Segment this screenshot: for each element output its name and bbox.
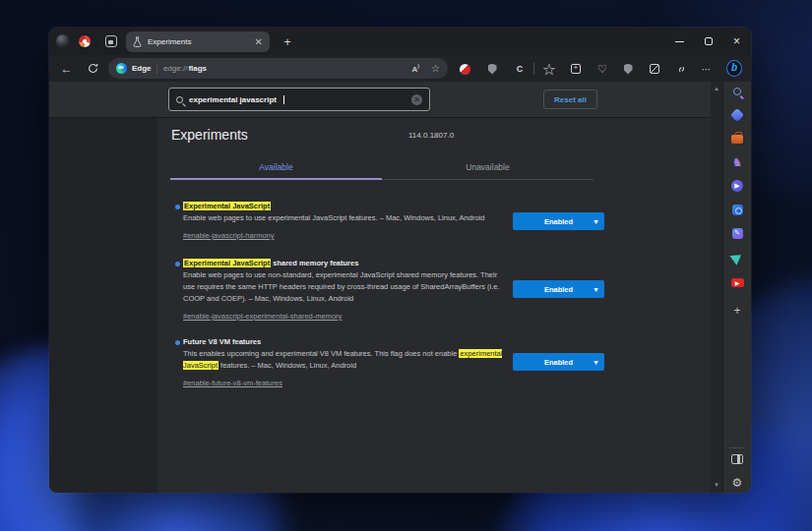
sidebar-panel-icon[interactable] [723, 451, 751, 467]
search-highlight: Experimental JavaScript [183, 259, 271, 267]
flag-modified-dot [175, 340, 180, 345]
refresh-icon[interactable] [85, 60, 101, 77]
toolbar-divider [533, 63, 534, 75]
browser-window: Experiments ✕ + × ← Edge | edge:// flags… [49, 28, 751, 493]
reset-all-button[interactable]: Reset all [543, 89, 597, 109]
address-separator: | [156, 64, 158, 74]
profile-avatar[interactable] [56, 34, 70, 48]
more-icon[interactable]: ⋯ [699, 61, 715, 77]
flag-row: Experimental JavaScript shared memory fe… [183, 258, 511, 323]
drop-icon[interactable] [723, 250, 751, 266]
tab-close-icon[interactable]: ✕ [255, 37, 263, 47]
flags-content: Experiments 114.0.1807.0 Available Unava… [157, 118, 721, 493]
page-title: Experiments [171, 127, 248, 143]
desc-text: features. – Mac, Windows, Linux, Android [219, 361, 356, 370]
shopping-icon[interactable] [723, 131, 751, 147]
flag-modified-dot [175, 262, 180, 266]
desc-text: This enables upcoming and experimental V… [183, 349, 459, 358]
image-creator-icon[interactable] [723, 202, 751, 217]
url-host: flags [188, 64, 207, 73]
tab-unavailable[interactable]: Unavailable [382, 157, 593, 180]
favorite-star-icon[interactable]: ☆ [431, 64, 440, 74]
flags-tabs: Available Unavailable [170, 157, 593, 180]
chevron-down-icon: ▼ [593, 359, 599, 366]
new-tab-icon[interactable]: + [279, 32, 296, 50]
text-caret [283, 95, 284, 104]
edge-sidebar: ♞ ▶ ✎ ▶ + ⚙ [722, 82, 751, 493]
extension-c-icon[interactable]: C [512, 61, 528, 77]
flag-state-dropdown[interactable]: Enabled ▼ [513, 353, 604, 371]
dropdown-value: Enabled [544, 358, 573, 367]
browser-essentials-heart-icon[interactable]: ♡ [594, 61, 610, 77]
tab-available[interactable]: Available [170, 157, 382, 180]
edge-logo-icon [116, 63, 127, 74]
workspaces-icon[interactable] [79, 35, 91, 47]
games-icon[interactable]: ♞ [723, 154, 751, 170]
flag-description: Enable web pages to use experimental Jav… [183, 212, 511, 224]
minimize-icon[interactable] [665, 28, 694, 55]
web-capture-icon[interactable] [647, 61, 662, 77]
flag-description: Enable web pages to use non-standard, ex… [183, 269, 511, 305]
maximize-icon[interactable] [694, 28, 722, 55]
search-icon [176, 96, 183, 103]
chevron-down-icon: ▼ [593, 218, 599, 225]
link-icon[interactable] [673, 61, 689, 77]
read-aloud-icon[interactable]: A) [412, 63, 419, 74]
settings-gear-icon[interactable]: ⚙ [723, 475, 751, 491]
flag-title-rest: shared memory features [271, 259, 358, 267]
flask-icon [133, 36, 142, 47]
discover-icon[interactable] [723, 107, 751, 123]
wallet-shield-icon[interactable] [620, 61, 636, 77]
sidebar-divider [729, 447, 745, 448]
desc-text: Enable web pages to use non-standard, ex… [183, 270, 500, 303]
search-icon[interactable] [723, 84, 751, 99]
back-icon[interactable]: ← [58, 60, 75, 77]
flag-title: Experimental JavaScript shared memory fe… [183, 258, 511, 268]
flag-description: This enables upcoming and experimental V… [183, 348, 511, 372]
play-icon[interactable]: ▶ [723, 178, 751, 194]
chevron-down-icon: ▼ [593, 286, 599, 293]
flag-row: Future V8 VM features This enables upcom… [183, 336, 511, 389]
site-brand: Edge [132, 64, 152, 73]
dropdown-value: Enabled [544, 285, 573, 294]
toolbar: ← Edge | edge:// flags A) ☆ C ☆ ♡ ⋯ b [49, 55, 751, 82]
flag-modified-dot [175, 205, 180, 209]
clear-search-icon[interactable]: ✕ [411, 94, 422, 105]
flag-title-rest: Future V8 VM features [183, 337, 261, 346]
favorites-icon[interactable]: ☆ [541, 61, 557, 77]
extension-red-icon[interactable] [457, 61, 472, 77]
flag-anchor-link[interactable]: #enable-javascript-harmony [183, 230, 275, 242]
scroll-down-icon[interactable]: ▼ [711, 482, 722, 488]
page-scrollbar[interactable]: ▲ ▼ [711, 82, 722, 493]
flags-search-header: experimental javascript ✕ Reset all [49, 82, 722, 118]
flags-page: experimental javascript ✕ Reset all Expe… [49, 82, 722, 493]
flag-state-dropdown[interactable]: Enabled ▼ [513, 280, 604, 298]
search-input[interactable]: experimental javascript ✕ [168, 88, 430, 111]
bing-chat-icon[interactable]: b [726, 60, 742, 76]
flag-state-dropdown[interactable]: Enabled ▼ [513, 212, 604, 230]
add-icon[interactable]: + [723, 303, 751, 319]
close-icon[interactable]: × [722, 28, 751, 55]
address-bar[interactable]: Edge | edge:// flags A) ☆ [108, 58, 448, 79]
flag-row: Experimental JavaScript Enable web pages… [183, 201, 511, 242]
extension-shield-icon[interactable] [484, 61, 500, 77]
version-label: 114.0.1807.0 [408, 131, 454, 140]
search-highlight: Experimental JavaScript [183, 202, 271, 210]
flag-anchor-link[interactable]: #enable-javascript-experimental-shared-m… [183, 311, 342, 323]
window-controls: × [665, 28, 751, 55]
flag-anchor-link[interactable]: #enable-future-v8-vm-features [183, 378, 282, 389]
tab-actions-icon[interactable] [105, 35, 117, 47]
collections-icon[interactable] [568, 61, 584, 77]
browser-tab-experiments[interactable]: Experiments ✕ [126, 31, 270, 52]
flag-title: Experimental JavaScript [183, 201, 511, 211]
url-scheme: edge:// [163, 64, 187, 73]
flag-title: Future V8 VM features [183, 336, 511, 347]
search-value: experimental javascript [189, 95, 277, 104]
scroll-up-icon[interactable]: ▲ [711, 86, 722, 91]
designer-icon[interactable]: ✎ [723, 225, 751, 241]
tab-title: Experiments [148, 37, 249, 46]
youtube-icon[interactable]: ▶ [723, 274, 751, 290]
desc-text: Enable web pages to use experimental Jav… [183, 213, 484, 222]
titlebar: Experiments ✕ + × [49, 28, 751, 55]
dropdown-value: Enabled [544, 217, 573, 226]
